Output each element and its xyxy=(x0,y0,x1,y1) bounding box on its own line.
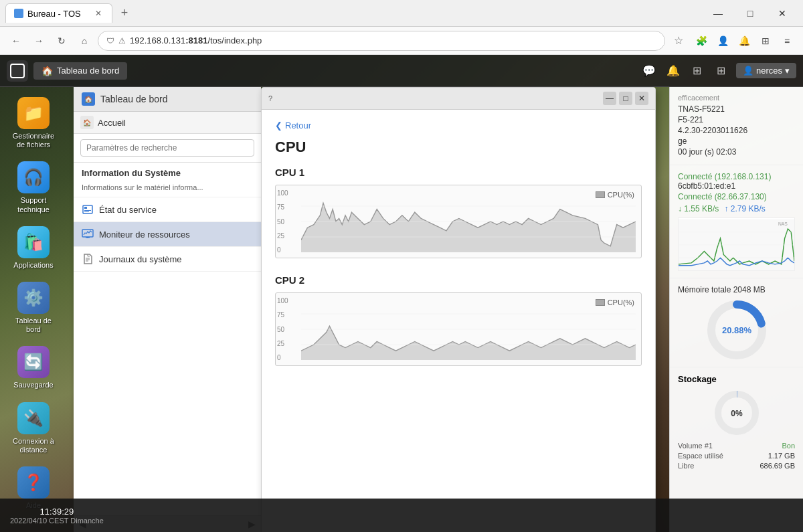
taskbar-clock: 11:39:29 2022/04/10 CEST Dimanche xyxy=(10,507,104,525)
remote-icon-item[interactable]: 🔌 Connexion àdistance xyxy=(3,399,64,458)
tos-sidebar-panel: 🏠 Tableau de bord 🏠 Accueil Information … xyxy=(74,87,261,532)
address-text: 192.168.0.131:8181/tos/index.php xyxy=(130,35,262,46)
new-tab-button[interactable]: + xyxy=(115,4,134,23)
volume-status: Bon xyxy=(782,442,795,450)
browser-titlebar: Bureau - TOS ✕ + — □ ✕ xyxy=(0,0,803,27)
tos-section-header: Information du Système xyxy=(74,163,261,181)
panel-help-btn[interactable]: ? xyxy=(268,94,272,102)
browser-toolbar: ← → ↻ ⌂ 🛡 ⚠ 192.168.0.131:8181/tos/index… xyxy=(0,27,803,55)
cpu1-chart: 100 75 50 25 0 CPU(%) xyxy=(275,185,642,258)
svg-rect-3 xyxy=(84,211,89,212)
backup-icon-item[interactable]: 🔄 Sauvegarde xyxy=(3,343,64,393)
espace-value: 1.17 GB xyxy=(768,452,795,460)
panel-maximize-btn[interactable]: □ xyxy=(619,92,632,105)
tos-menu-monitor[interactable]: Moniteur de ressources xyxy=(74,222,261,247)
libre-value: 686.69 GB xyxy=(760,462,795,470)
tos-search-input[interactable] xyxy=(80,139,254,157)
cpu1-chart-area xyxy=(301,191,636,252)
apps-icon-item[interactable]: 🛍️ Applications xyxy=(3,223,64,273)
uptime: 00 jour (s) 02:03 xyxy=(678,147,795,157)
cpu2-svg xyxy=(301,298,636,360)
tos-logo[interactable] xyxy=(7,60,28,82)
maximize-button[interactable]: □ xyxy=(735,3,766,24)
taskbar-date: 2022/04/10 CEST Dimanche xyxy=(10,517,104,525)
cpu2-chart-area xyxy=(301,298,636,360)
efficiency-label: efficacement xyxy=(678,94,795,102)
notifications-button[interactable]: 🔔 xyxy=(735,31,753,50)
memory-percent-text: 20.88% xyxy=(721,325,751,335)
titlebar-controls: — □ ✕ xyxy=(703,3,798,24)
cpu-title: CPU xyxy=(275,139,642,156)
tos-menu-service[interactable]: État du service xyxy=(74,197,261,222)
svg-text:NAS: NAS xyxy=(778,221,788,226)
panel-minimize-btn[interactable]: — xyxy=(603,92,616,105)
profile-button[interactable]: 👤 xyxy=(713,31,732,50)
network-chart-svg: NAS xyxy=(679,218,794,271)
close-button[interactable]: ✕ xyxy=(767,3,798,24)
taskbar-time: 11:39:29 xyxy=(10,507,104,517)
tos-home-label: Accueil xyxy=(98,118,126,128)
grid-icon[interactable]: ⊞ xyxy=(688,62,707,80)
menu-button[interactable]: ≡ xyxy=(778,31,796,50)
support-icon-item[interactable]: 🎧 Supporttechnique xyxy=(3,158,64,217)
cpu2-section: CPU 2 100 75 50 25 0 CPU(%) xyxy=(275,274,642,366)
browser-tab[interactable]: Bureau - TOS ✕ xyxy=(5,3,112,23)
dashboard-icon-item[interactable]: ⚙️ Tableau debord xyxy=(3,278,64,337)
support-icon-img: 🎧 xyxy=(17,161,50,193)
network-status1: Connecté (192.168.0.131) xyxy=(678,172,795,181)
svg-rect-0 xyxy=(83,205,92,213)
volume-label: Volume #1 xyxy=(678,442,713,450)
bell-icon[interactable]: 🔔 xyxy=(664,62,683,80)
storage-free-row: Libre 686.69 GB xyxy=(678,462,795,470)
apps-icon[interactable]: ⊞ xyxy=(712,62,731,80)
journal-icon xyxy=(82,253,94,265)
storage-title: Stockage xyxy=(678,374,795,384)
user-button[interactable]: 👤 nerces ▾ xyxy=(736,63,796,78)
network-section: Connecté (192.168.0.131) 6cbfb5:01:ed:e1… xyxy=(670,165,803,278)
back-button[interactable]: ❮ Retour xyxy=(275,120,642,130)
back-button[interactable]: ← xyxy=(7,31,25,50)
cpu2-y-axis: 100 75 50 25 0 xyxy=(276,293,294,365)
storage-circle: 0% xyxy=(678,389,795,436)
nas-name: TNAS-F5221 xyxy=(678,104,795,114)
speed-indicators: ↓ 1.55 KB/s ↑ 2.79 KB/s xyxy=(678,204,795,213)
toolbar-right: 🧩 👤 🔔 ⊞ ≡ xyxy=(692,31,796,50)
svg-rect-2 xyxy=(84,210,91,211)
speed-down: ↓ 1.55 KB/s xyxy=(678,204,719,213)
cpu1-y-axis: 100 75 50 25 0 xyxy=(276,185,294,258)
security-icon: 🛡 xyxy=(106,36,114,46)
svg-rect-1 xyxy=(84,207,87,209)
address-bar[interactable]: 🛡 ⚠ 192.168.0.131:8181/tos/index.php xyxy=(98,31,665,51)
files-icon-item[interactable]: 📁 Gestionnairede fichiers xyxy=(3,94,64,153)
dashboard-icon-label: Tableau debord xyxy=(15,317,52,334)
panel-close-btn[interactable]: ✕ xyxy=(635,92,648,105)
uptime-label: ge xyxy=(678,137,795,146)
network-chart: NAS xyxy=(678,217,795,271)
apps-grid-button[interactable]: ⊞ xyxy=(756,31,775,50)
desktop-icons-area: 📁 Gestionnairede fichiers 🎧 Supporttechn… xyxy=(0,87,67,532)
help-icon-img: ❓ xyxy=(17,466,50,499)
chat-icon[interactable]: 💬 xyxy=(640,62,658,80)
right-info-panel: efficacement TNAS-F5221 F5-221 4.2.30-22… xyxy=(669,87,803,532)
cpu-monitor-panel: ? — □ ✕ ❮ Retour CPU CPU 1 xyxy=(261,87,656,532)
tos-nav-home[interactable]: 🏠 Accueil xyxy=(74,112,261,134)
files-icon-img: 📁 xyxy=(17,97,50,129)
memory-donut-svg: 20.88% xyxy=(707,300,767,360)
monitor-label: Moniteur de ressources xyxy=(99,230,190,240)
forward-button[interactable]: → xyxy=(29,31,48,50)
tab-close-button[interactable]: ✕ xyxy=(93,8,104,19)
cpu1-fill-path xyxy=(301,203,636,252)
home-button[interactable]: ⌂ xyxy=(75,31,94,50)
tos-panel-icon: 🏠 xyxy=(82,92,95,106)
minimize-button[interactable]: — xyxy=(703,3,733,24)
extensions-button[interactable]: 🧩 xyxy=(692,31,711,50)
backup-icon-label: Sauvegarde xyxy=(13,381,53,389)
bookmark-button[interactable]: ☆ xyxy=(669,31,688,50)
refresh-button[interactable]: ↻ xyxy=(52,31,71,50)
cpu2-chart: 100 75 50 25 0 CPU(%) xyxy=(275,292,642,366)
browser-window: Bureau - TOS ✕ + — □ ✕ ← → ↻ ⌂ 🛡 ⚠ 192.1… xyxy=(0,0,803,532)
firmware: 4.2.30-2203011626 xyxy=(678,126,795,135)
tos-menu-journal[interactable]: Journaux du système xyxy=(74,247,261,272)
dashboard-tab[interactable]: 🏠 Tableau de bord xyxy=(33,62,127,80)
tos-desktop-bar: 🏠 Tableau de bord 💬 🔔 ⊞ ⊞ 👤 nerces ▾ xyxy=(0,55,803,87)
